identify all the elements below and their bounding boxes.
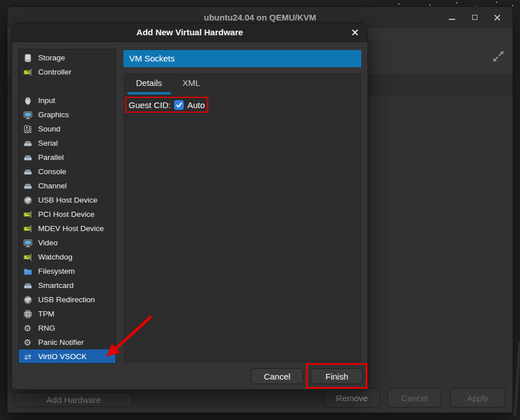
close-icon[interactable] xyxy=(490,10,505,25)
sidebar-item-controller[interactable]: Controller xyxy=(19,65,115,79)
screen: ubuntu24.04 on QEMU/KVM Add Hardware Rem… xyxy=(0,0,520,420)
sidebar-item-label: Filesystem xyxy=(38,267,75,275)
tab-details[interactable]: Details xyxy=(127,72,171,94)
speaker-icon xyxy=(23,124,32,134)
gear-icon: ⚙ xyxy=(23,323,32,333)
sidebar-item-panic-notifier[interactable]: ⚙Panic Notifier xyxy=(19,335,115,349)
display-icon xyxy=(23,110,32,120)
display-icon xyxy=(23,238,32,248)
window-controls xyxy=(444,7,513,28)
guest-cid-label: Guest CID: xyxy=(129,100,171,110)
sidebar-item-usb-host-device[interactable]: USB Host Device xyxy=(19,193,115,207)
sidebar-item-blank[interactable] xyxy=(19,79,115,93)
sidebar-item-label: Graphics xyxy=(38,110,69,119)
sidebar-item-tpm[interactable]: TPM xyxy=(19,307,115,321)
sidebar-item-virtio-vsock[interactable]: ⇄VirtIO VSOCK xyxy=(19,349,115,364)
sidebar-item-watchdog[interactable]: Watchdog xyxy=(19,250,115,264)
add-hardware-button[interactable]: Add Hardware xyxy=(14,392,133,407)
gear-icon: ⚙ xyxy=(23,337,32,347)
dialog-titlebar[interactable]: Add New Virtual Hardware xyxy=(12,23,368,42)
sidebar-item-label: RNG xyxy=(38,324,55,332)
sidebar-item-input[interactable]: Input xyxy=(19,93,115,108)
stars-decor xyxy=(398,3,399,5)
disk-icon xyxy=(23,53,32,63)
remove-button[interactable]: Remove xyxy=(324,388,380,407)
sidebar-item-channel[interactable]: Channel xyxy=(19,179,115,193)
sidebar-item-video[interactable]: Video xyxy=(19,236,115,250)
tab-xml[interactable]: XML xyxy=(174,72,209,94)
sidebar-item-parallel[interactable]: Parallel xyxy=(19,150,115,164)
sidebar-item-filesystem[interactable]: Filesystem xyxy=(19,264,115,278)
dialog-title: Add New Virtual Hardware xyxy=(12,23,368,42)
sidebar-item-pci-host-device[interactable]: PCI Host Device xyxy=(19,207,115,221)
sidebar-item-label: Smartcard xyxy=(38,281,73,290)
hardware-type-list: StorageControllerInputGraphicsSoundSeria… xyxy=(18,49,116,364)
sidebar-item-label: Panic Notifier xyxy=(38,338,84,347)
maximize-icon[interactable] xyxy=(467,10,482,25)
serial-device-icon xyxy=(23,181,32,191)
mouse-icon xyxy=(23,96,32,105)
folder-icon xyxy=(23,266,32,276)
minimize-icon[interactable] xyxy=(444,10,459,25)
fullscreen-icon[interactable] xyxy=(490,48,506,64)
usb-icon xyxy=(23,195,32,205)
sidebar-item-mdev-host-device[interactable]: MDEV Host Device xyxy=(19,221,115,236)
blank-icon xyxy=(23,81,32,91)
pci-card-icon xyxy=(23,209,32,219)
sidebar-item-sound[interactable]: Sound xyxy=(19,122,115,136)
sidebar-item-label: Console xyxy=(38,167,67,176)
add-hardware-dialog: Add New Virtual Hardware StorageControll… xyxy=(11,23,368,390)
panel-content xyxy=(123,72,361,363)
sidebar-item-rng[interactable]: ⚙RNG xyxy=(19,321,115,335)
chip-icon xyxy=(23,309,32,319)
tabbar: DetailsXML xyxy=(123,72,361,94)
dialog-cancel-button[interactable]: Cancel xyxy=(251,368,303,384)
apply-button[interactable]: Apply xyxy=(450,388,505,407)
pci-card-icon xyxy=(23,224,32,233)
sidebar-item-label: Channel xyxy=(38,182,67,190)
panel-header: VM Sockets xyxy=(123,50,361,67)
pci-card-icon xyxy=(23,67,32,77)
sidebar-item-label: USB Host Device xyxy=(38,196,97,204)
sidebar-item-label: Video xyxy=(38,238,57,247)
usb-icon xyxy=(23,295,32,304)
sidebar-item-graphics[interactable]: Graphics xyxy=(19,108,115,122)
finish-button[interactable]: Finish xyxy=(311,368,363,384)
serial-device-icon xyxy=(23,167,32,176)
serial-device-icon xyxy=(23,281,32,290)
sidebar-item-label: Input xyxy=(38,96,55,105)
sidebar-item-smartcard[interactable]: Smartcard xyxy=(19,278,115,293)
sidebar-item-label: VirtIO VSOCK xyxy=(38,352,86,361)
window-cancel-button[interactable]: Cancel xyxy=(387,388,441,407)
tree-trunk-decor xyxy=(513,341,520,415)
arrows-icon: ⇄ xyxy=(23,352,32,361)
sidebar-item-label: Sound xyxy=(38,125,60,133)
sidebar-item-label: TPM xyxy=(38,310,55,318)
sidebar-item-label: PCI Host Device xyxy=(38,210,94,219)
guest-cid-row: Guest CID: Auto xyxy=(125,97,208,113)
sidebar-item-usb-redirection[interactable]: USB Redirection xyxy=(19,293,115,307)
sidebar-item-label: Controller xyxy=(38,68,72,76)
sidebar-item-serial[interactable]: Serial xyxy=(19,136,115,150)
sidebar-item-label: Parallel xyxy=(38,153,64,162)
sidebar-item-label: Watchdog xyxy=(38,253,72,261)
serial-device-icon xyxy=(23,138,32,148)
sidebar-item-label: USB Redirection xyxy=(38,295,95,304)
auto-checkbox-label: Auto xyxy=(187,100,205,110)
dialog-close-icon[interactable] xyxy=(348,26,362,39)
serial-device-icon xyxy=(23,153,32,162)
pci-card-icon xyxy=(23,252,32,262)
sidebar-item-label: Serial xyxy=(38,139,58,147)
sidebar-item-storage[interactable]: Storage xyxy=(19,51,115,65)
sidebar-item-console[interactable]: Console xyxy=(19,164,115,179)
sidebar-item-label: Storage xyxy=(38,53,65,62)
sidebar-item-label: MDEV Host Device xyxy=(38,224,104,233)
auto-checkbox[interactable] xyxy=(174,100,184,110)
